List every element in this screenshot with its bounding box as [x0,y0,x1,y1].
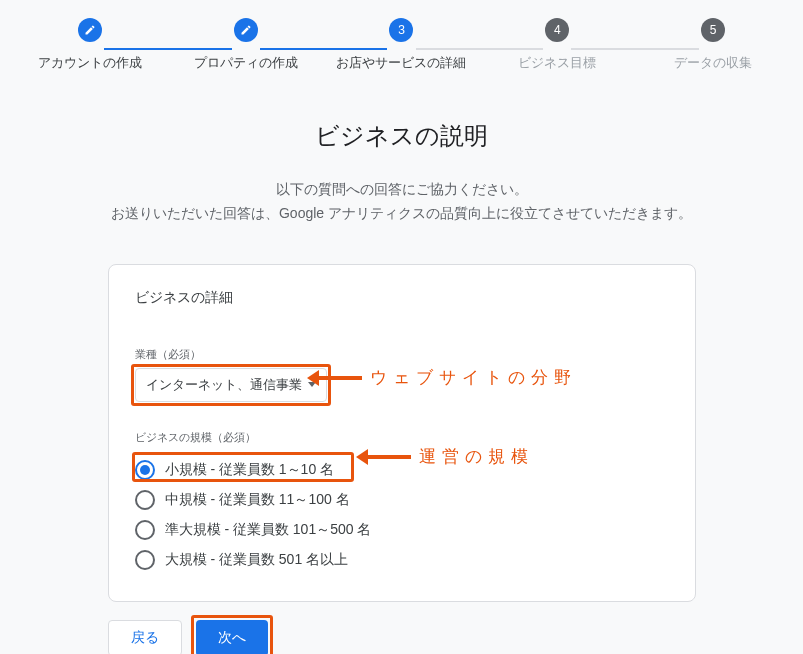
radio-icon [135,520,155,540]
industry-value: インターネット、通信事業 [146,376,302,394]
size-option-large[interactable]: 準大規模 - 従業員数 101～500 名 [135,515,669,545]
annotation-text: 運営の規模 [419,445,534,468]
step-label: お店やサービスの詳細 [336,54,466,72]
desc-line: お送りいただいた回答は、Google アナリティクスの品質向上に役立てさせていた… [0,202,803,226]
step-4: 4 ビジネス目標 [479,18,635,72]
radio-icon [135,550,155,570]
arrow-left-icon [316,376,362,380]
step-number: 3 [389,18,413,42]
radio-label: 大規模 - 従業員数 501 名以上 [165,551,349,569]
size-option-medium[interactable]: 中規模 - 従業員数 11～100 名 [135,485,669,515]
annotation-text: ウェブサイトの分野 [370,366,577,389]
card-title: ビジネスの詳細 [135,289,669,307]
page-title: ビジネスの説明 [0,120,803,152]
pencil-icon [78,18,102,42]
radio-label: 小規模 - 従業員数 1～10 名 [165,461,335,479]
pencil-icon [234,18,258,42]
back-button[interactable]: 戻る [108,620,182,654]
step-label: データの収集 [674,54,752,72]
step-number: 4 [545,18,569,42]
size-option-xlarge[interactable]: 大規模 - 従業員数 501 名以上 [135,545,669,575]
industry-select[interactable]: インターネット、通信事業 [135,368,327,402]
page-description: 以下の質問への回答にご協力ください。 お送りいただいた回答は、Google アナ… [0,178,803,226]
setup-stepper: アカウントの作成 プロパティの作成 3 お店やサービスの詳細 4 ビジネス目標 … [0,0,803,72]
step-2: プロパティの作成 [168,18,324,72]
step-3: 3 お店やサービスの詳細 [324,18,480,72]
annotation-size: 運営の規模 [365,445,534,468]
step-5: 5 データの収集 [635,18,791,72]
radio-label: 中規模 - 従業員数 11～100 名 [165,491,350,509]
radio-label: 準大規模 - 従業員数 101～500 名 [165,521,372,539]
industry-label: 業種（必須） [135,347,669,362]
step-label: アカウントの作成 [38,54,142,72]
arrow-left-icon [365,455,411,459]
radio-icon [135,460,155,480]
step-1: アカウントの作成 [12,18,168,72]
business-size-radio-group: 小規模 - 従業員数 1～10 名 中規模 - 従業員数 11～100 名 準大… [135,455,669,575]
step-number: 5 [701,18,725,42]
annotation-industry: ウェブサイトの分野 [316,366,577,389]
step-label: プロパティの作成 [194,54,298,72]
radio-icon [135,490,155,510]
step-label: ビジネス目標 [518,54,596,72]
business-details-card: ビジネスの詳細 業種（必須） インターネット、通信事業 ビジネスの規模（必須） … [108,264,696,602]
size-label: ビジネスの規模（必須） [135,430,669,445]
next-button[interactable]: 次へ [196,620,268,654]
desc-line: 以下の質問への回答にご協力ください。 [0,178,803,202]
button-row: 戻る 次へ [108,620,696,654]
